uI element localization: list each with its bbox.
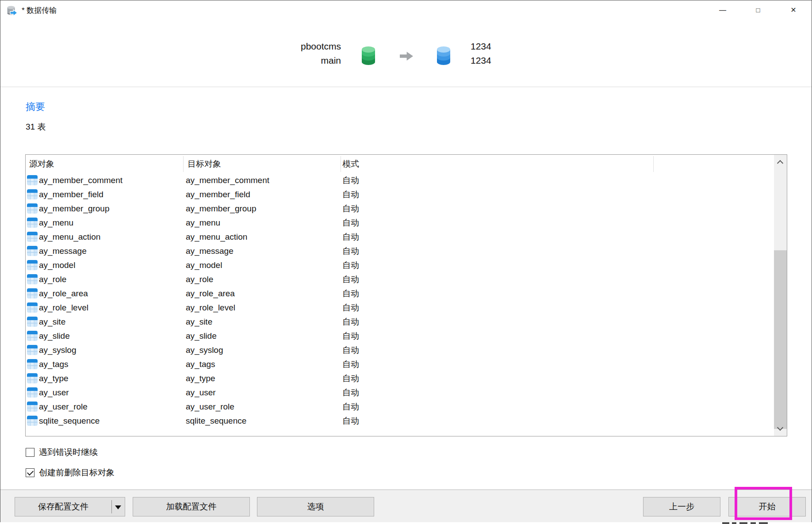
footer-bar: 保存配置文件 加载配置文件 选项 上一步 开始	[0, 490, 812, 522]
table-icon	[27, 387, 38, 398]
source-object-name: ay_user_role	[39, 400, 88, 414]
save-profile-button[interactable]: 保存配置文件	[15, 497, 125, 516]
dropdown-arrow-icon[interactable]	[115, 505, 121, 509]
object-mode: 自动	[342, 272, 359, 287]
titlebar: * 数据传输 — □ ✕	[0, 0, 812, 21]
table-icon	[27, 373, 38, 383]
table-row[interactable]: ay_role_level ay_role_level 自动	[26, 301, 773, 315]
target-connection-label: 1234	[471, 39, 608, 54]
target-object-name: ay_role_level	[186, 301, 235, 315]
object-mode: 自动	[342, 357, 359, 371]
table-icon	[27, 232, 38, 242]
source-object-name: ay_member_group	[39, 202, 109, 216]
previous-step-button[interactable]: 上一步	[643, 497, 720, 516]
table-row[interactable]: ay_syslog ay_syslog 自动	[26, 343, 773, 357]
table-row[interactable]: ay_site ay_site 自动	[26, 315, 773, 329]
table-row[interactable]: ay_menu ay_menu 自动	[26, 216, 773, 230]
background-window-fragment	[759, 522, 768, 524]
table-row[interactable]: ay_model ay_model 自动	[26, 258, 773, 272]
source-object-name: ay_slide	[39, 329, 70, 343]
object-mode: 自动	[342, 216, 359, 230]
table-row[interactable]: ay_role_area ay_role_area 自动	[26, 287, 773, 301]
transfer-arrow-icon	[400, 51, 413, 61]
background-window-fragment	[751, 522, 756, 524]
object-mode: 自动	[342, 301, 359, 315]
source-database-label: main	[204, 54, 341, 68]
start-button-highlight-annotation	[735, 487, 792, 520]
split-separator	[111, 500, 112, 513]
table-icon	[27, 246, 38, 256]
object-mode: 自动	[342, 386, 359, 400]
target-object-name: ay_user_role	[186, 400, 234, 414]
object-grid: 源对象 目标对象 模式 ay_member_comment ay_member_…	[25, 154, 787, 436]
load-profile-button[interactable]: 加载配置文件	[133, 497, 250, 516]
scrollbar-thumb[interactable]	[774, 250, 787, 429]
table-row[interactable]: ay_role ay_role 自动	[26, 272, 773, 287]
table-icon	[27, 218, 38, 228]
object-mode: 自动	[342, 287, 359, 301]
minimize-button[interactable]: —	[711, 0, 735, 21]
table-row[interactable]: ay_slide ay_slide 自动	[26, 329, 773, 343]
target-object-name: ay_site	[186, 315, 212, 329]
grid-rows: ay_member_comment ay_member_comment 自动 a…	[26, 173, 773, 428]
target-labels: 1234 1234	[471, 39, 608, 68]
table-icon	[27, 260, 38, 270]
table-icon	[27, 416, 38, 426]
table-row[interactable]: ay_message ay_message 自动	[26, 244, 773, 258]
table-row[interactable]: ay_user ay_user 自动	[26, 386, 773, 400]
scroll-up-icon[interactable]	[777, 160, 783, 166]
data-transfer-window: * 数据传输 — □ ✕ pbootcms main	[0, 0, 812, 522]
column-header-target[interactable]: 目标对象	[188, 155, 221, 173]
target-object-name: ay_syslog	[186, 343, 223, 357]
column-header-mode[interactable]: 模式	[342, 155, 359, 173]
table-icon	[27, 288, 38, 298]
table-icon	[27, 203, 38, 214]
summary-heading: 摘要	[26, 100, 45, 114]
object-mode: 自动	[342, 202, 359, 216]
column-separator	[183, 156, 184, 172]
object-mode: 自动	[342, 230, 359, 244]
source-object-name: ay_menu	[39, 216, 73, 230]
table-icon	[27, 345, 38, 355]
target-object-name: ay_member_field	[186, 187, 250, 202]
table-row[interactable]: sqlite_sequence sqlite_sequence 自动	[26, 414, 773, 428]
table-row[interactable]: ay_tags ay_tags 自动	[26, 357, 773, 371]
maximize-button[interactable]: □	[746, 0, 770, 21]
target-object-name: ay_user	[186, 386, 216, 400]
table-icon	[27, 402, 38, 412]
source-object-name: ay_site	[39, 315, 65, 329]
table-row[interactable]: ay_menu_action ay_menu_action 自动	[26, 230, 773, 244]
table-row[interactable]: ay_user_role ay_user_role 自动	[26, 400, 773, 414]
table-row[interactable]: ay_member_comment ay_member_comment 自动	[26, 173, 773, 187]
source-object-name: ay_role	[39, 272, 66, 287]
source-object-name: ay_type	[39, 371, 69, 386]
source-object-name: ay_user	[39, 386, 69, 400]
background-window-fragment	[722, 522, 729, 524]
continue-on-error-checkbox[interactable]	[26, 448, 34, 457]
option-drop-target-before-create[interactable]: 创建前删除目标对象	[26, 468, 115, 478]
table-icon	[27, 331, 38, 341]
target-object-name: ay_message	[186, 244, 234, 258]
background-window-fragment	[739, 522, 747, 524]
object-mode: 自动	[342, 371, 359, 386]
source-object-name: ay_role_area	[39, 287, 88, 301]
save-profile-label: 保存配置文件	[38, 502, 88, 511]
target-object-name: ay_menu	[186, 216, 220, 230]
options-button[interactable]: 选项	[257, 497, 374, 516]
column-header-source[interactable]: 源对象	[29, 155, 54, 173]
vertical-scrollbar[interactable]	[774, 155, 787, 436]
drop-target-checkbox[interactable]	[26, 468, 34, 477]
table-row[interactable]: ay_member_field ay_member_field 自动	[26, 187, 773, 202]
option-continue-on-error[interactable]: 遇到错误时继续	[26, 448, 98, 457]
source-object-name: ay_role_level	[39, 301, 88, 315]
object-mode: 自动	[342, 343, 359, 357]
table-row[interactable]: ay_type ay_type 自动	[26, 371, 773, 386]
table-icon	[27, 175, 38, 185]
option-label: 遇到错误时继续	[39, 447, 98, 458]
target-object-name: ay_model	[186, 258, 222, 272]
grid-header: 源对象 目标对象 模式	[26, 155, 787, 173]
source-labels: pbootcms main	[204, 39, 341, 68]
table-icon	[27, 189, 38, 199]
close-button[interactable]: ✕	[781, 0, 805, 21]
table-row[interactable]: ay_member_group ay_member_group 自动	[26, 202, 773, 216]
